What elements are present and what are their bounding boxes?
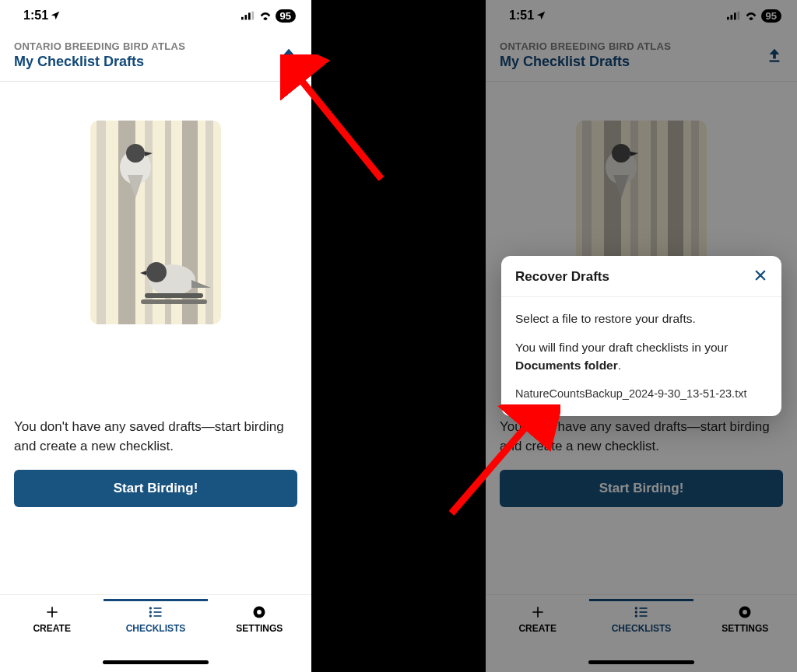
upload-button[interactable] [280,47,297,70]
birds-illustration [90,121,221,324]
battery-level: 95 [276,9,296,23]
screenshot-gap [311,0,486,672]
modal-line2: You will find your draft checklists in y… [515,338,767,375]
nav-create[interactable]: CREATE [0,600,104,672]
page-title: My Checklist Drafts [14,54,185,70]
svg-rect-4 [284,60,294,61]
svg-rect-3 [251,12,254,20]
svg-point-15 [146,262,167,282]
modal-line1: Select a file to restore your drafts. [515,310,767,327]
svg-point-25 [257,610,262,614]
modal-close-button[interactable] [753,268,767,285]
svg-rect-11 [205,121,213,324]
nav-settings[interactable]: SETTINGS [208,600,311,672]
start-birding-button[interactable]: Start Birding! [14,470,297,507]
page-header: ONTARIO BREEDING BIRD ATLAS My Checklist… [0,31,311,82]
location-icon [50,10,61,21]
nav-settings-label: SETTINGS [236,623,283,634]
list-icon [147,604,164,620]
svg-rect-6 [97,121,106,324]
empty-message: You don't have any saved drafts—start bi… [14,418,297,456]
upload-icon [280,47,297,64]
modal-title: Recover Drafts [515,269,609,285]
gear-icon [251,604,267,620]
status-time: 1:51 [23,9,48,23]
svg-rect-17 [141,299,207,304]
svg-rect-21 [153,611,161,613]
recover-drafts-modal: Recover Drafts Select a file to restore … [501,256,781,417]
svg-rect-16 [145,293,203,298]
modal-backdrop[interactable]: Recover Drafts Select a file to restore … [486,0,797,672]
svg-rect-2 [248,12,251,19]
svg-rect-1 [244,15,247,19]
svg-point-20 [149,611,152,613]
phone-left: 1:51 95 ONTARIO BREEDING BIRD ATLAS My C… [0,0,311,672]
backup-filename[interactable]: NatureCountsBackup_2024-9-30_13-51-23.tx… [515,386,767,403]
close-icon [753,268,767,282]
plus-icon [44,604,60,620]
svg-point-22 [149,614,152,617]
empty-state: You don't have any saved drafts—start bi… [0,82,311,594]
svg-rect-19 [153,607,161,609]
bottom-nav: CREATE CHECKLISTS SETTINGS [0,594,311,672]
home-indicator [103,660,209,664]
svg-point-13 [126,144,145,163]
svg-point-18 [149,607,152,609]
phone-right: 1:51 95 ONTARIO BREEDING BIRD ATLAS My C… [486,0,797,672]
cellular-icon [241,11,255,20]
nav-create-label: CREATE [33,623,70,634]
org-label: ONTARIO BREEDING BIRD ATLAS [14,40,185,52]
svg-rect-23 [153,615,161,617]
svg-rect-0 [241,17,244,20]
wifi-icon [258,11,272,21]
nav-checklists-label: CHECKLISTS [126,623,186,634]
status-bar: 1:51 95 [0,0,311,31]
